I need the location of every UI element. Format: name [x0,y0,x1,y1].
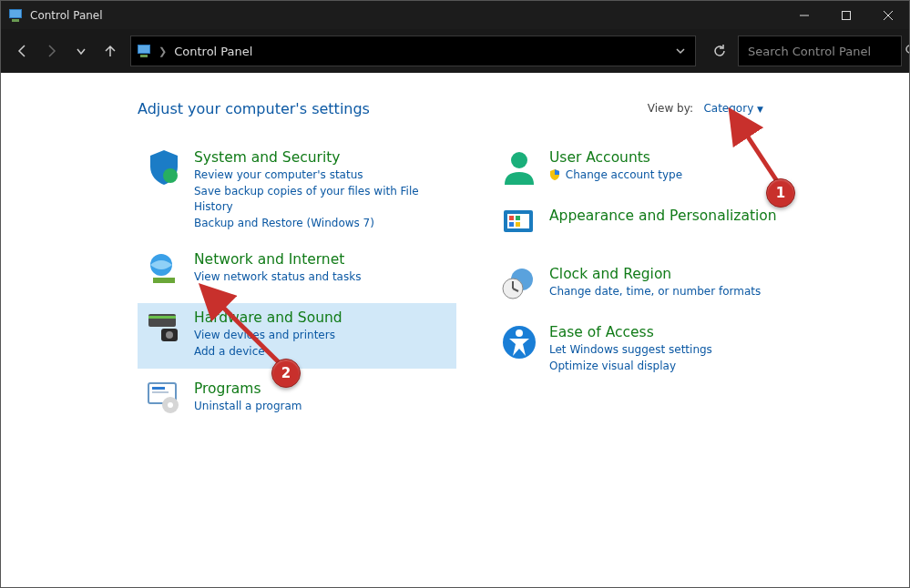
category-appearance-personalization: Appearance and Personalization [493,201,821,254]
window-title: Control Panel [30,9,783,22]
svg-rect-9 [140,55,148,57]
view-by-control: View by: Category ▼ [648,102,763,115]
svg-point-12 [163,168,178,183]
nav-back-button[interactable] [8,36,37,66]
svg-rect-20 [152,387,165,390]
search-icon[interactable] [905,44,910,59]
category-heading[interactable]: Appearance and Personalization [549,207,777,225]
category-link[interactable]: Optimize visual display [549,359,712,374]
category-link[interactable]: Add a device [194,344,343,360]
globe-network-icon [145,250,183,289]
breadcrumb-chevron-icon[interactable]: ❯ [158,46,167,57]
svg-rect-14 [153,278,175,283]
address-control-panel-icon [137,44,151,58]
svg-point-10 [906,46,910,53]
personalization-icon [500,207,538,245]
category-link[interactable]: Uninstall a program [194,399,302,414]
shield-icon [145,148,183,187]
category-clock-region: Clock and Region Change date, time, or n… [493,259,821,312]
address-location[interactable]: Control Panel [174,45,252,58]
category-heading[interactable]: Hardware and Sound [194,309,343,327]
category-link[interactable]: Change account type [549,167,682,183]
category-link[interactable]: Save backup copies of your files with Fi… [194,184,449,215]
category-link[interactable]: View network status and tasks [194,269,361,285]
category-hardware-sound: Hardware and Sound View devices and prin… [138,303,456,369]
svg-rect-1 [10,10,21,17]
programs-icon [145,380,183,418]
nav-up-button[interactable] [96,36,125,66]
title-bar: Control Panel [1,1,909,29]
svg-rect-29 [509,222,514,227]
maximize-button[interactable] [825,1,867,29]
category-link[interactable]: Change date, time, or number formats [549,284,761,299]
category-ease-of-access: Ease of Access Let Windows suggest setti… [493,318,821,383]
category-network-internet: Network and Internet View network status… [138,245,456,298]
category-link[interactable]: View devices and printers [194,328,343,343]
view-by-value: Category [703,102,753,115]
refresh-button[interactable] [705,36,734,66]
category-heading[interactable]: System and Security [194,148,449,167]
svg-rect-27 [509,216,514,220]
control-panel-icon [8,8,23,23]
categories-left-column: System and Security Review your computer… [138,143,493,432]
page-heading: Adjust your computer's settings [138,100,909,117]
svg-rect-28 [516,216,520,220]
svg-rect-16 [148,316,176,319]
uac-shield-icon [549,169,560,180]
category-link[interactable]: Review your computer's status [194,167,449,183]
printer-camera-icon [145,309,183,347]
svg-rect-4 [843,11,851,19]
address-bar[interactable]: ❯ Control Panel [130,35,696,66]
search-input[interactable] [746,44,905,59]
user-icon [500,148,538,187]
svg-rect-21 [152,391,169,393]
category-link[interactable]: Backup and Restore (Windows 7) [194,216,449,231]
chevron-down-icon: ▼ [757,105,763,114]
categories-right-column: User Accounts Change account type [493,143,857,389]
navigation-bar: ❯ Control Panel [1,29,909,73]
search-box[interactable] [738,35,902,66]
category-heading[interactable]: Clock and Region [549,265,761,283]
nav-recent-button[interactable] [66,36,96,66]
category-heading[interactable]: User Accounts [549,148,682,167]
clock-globe-icon [500,265,538,303]
view-by-label: View by: [648,102,693,115]
nav-forward-button[interactable] [37,36,66,66]
category-link[interactable]: Let Windows suggest settings [549,342,712,358]
svg-point-23 [168,402,173,408]
address-dropdown-button[interactable] [671,42,690,60]
svg-rect-2 [12,19,19,22]
view-by-dropdown[interactable]: Category ▼ [703,102,763,115]
svg-point-24 [511,152,527,168]
svg-point-18 [166,331,173,339]
content-area: Adjust your computer's settings View by:… [1,73,909,587]
minimize-button[interactable] [783,1,825,29]
svg-rect-8 [138,46,149,53]
accessibility-icon [500,323,538,361]
close-button[interactable] [867,1,909,29]
category-heading[interactable]: Ease of Access [549,323,712,341]
category-system-security: System and Security Review your computer… [138,143,456,239]
annotation-badge-1: 1 [766,178,795,208]
svg-point-36 [516,329,523,337]
svg-rect-30 [516,222,520,227]
annotation-badge-2: 2 [271,359,301,388]
category-heading[interactable]: Network and Internet [194,250,361,269]
